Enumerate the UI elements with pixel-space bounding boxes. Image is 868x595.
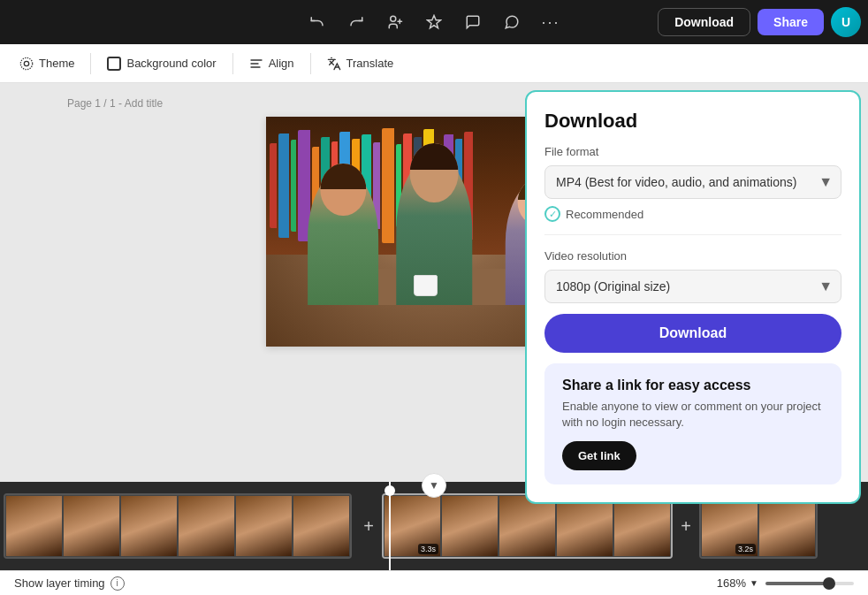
show-layer-timing-label: Show layer timing: [14, 576, 105, 590]
add-title-label: - Add title: [118, 97, 163, 110]
svg-point-0: [391, 16, 396, 21]
svg-point-5: [20, 57, 32, 69]
recommended-badge: ✓ Recommended: [544, 206, 841, 235]
main-area: Page 1 / 1 - Add title: [0, 83, 868, 482]
theme-label: Theme: [39, 57, 74, 70]
thumbnail-10[interactable]: [556, 495, 613, 557]
align-label: Align: [269, 57, 294, 70]
collapse-button[interactable]: ▼: [422, 473, 446, 482]
file-format-select-wrapper: MP4 (Best for video, audio, and animatio…: [544, 165, 841, 199]
thumbnail-7[interactable]: 3.3s: [384, 495, 441, 557]
thumbnail-6[interactable]: [293, 495, 350, 557]
video-resolution-label: Video resolution: [544, 249, 841, 263]
zoom-controls: 168% ▼: [717, 576, 854, 590]
file-format-select[interactable]: MP4 (Best for video, audio, and animatio…: [544, 165, 841, 199]
bottom-bar: Show layer timing i 168% ▼: [0, 570, 868, 595]
thumbnail-13[interactable]: [758, 495, 816, 557]
align-button[interactable]: Align: [240, 51, 303, 76]
layer-timing-section: Show layer timing i: [14, 576, 125, 591]
translate-label: Translate: [346, 57, 394, 70]
toolbar-divider-1: [90, 53, 91, 74]
page-label: Page 1 / 1 - Add title: [67, 97, 163, 110]
thumbnail-3[interactable]: [120, 495, 178, 557]
file-format-label: File format: [544, 145, 841, 158]
download-panel-title: Download: [544, 110, 841, 133]
magic-button[interactable]: [418, 6, 450, 38]
secondary-toolbar: Theme Background color Align Translate: [0, 44, 868, 83]
zoom-percent-value: 168%: [717, 576, 746, 590]
background-color-button[interactable]: Background color: [98, 51, 225, 76]
comment-button[interactable]: [457, 6, 489, 38]
share-button[interactable]: Share: [758, 9, 824, 35]
more-options-button[interactable]: ···: [535, 6, 567, 38]
share-section: Share a link for easy access Enable anyo…: [544, 363, 841, 484]
background-color-icon: [107, 57, 121, 71]
toolbar-divider-3: [310, 53, 311, 74]
zoom-slider[interactable]: [765, 582, 854, 585]
theme-button[interactable]: Theme: [11, 51, 83, 76]
timeline-cursor-head: [385, 485, 395, 496]
background-color-label: Background color: [126, 57, 216, 70]
share-section-description: Enable anyone to view or comment on your…: [562, 399, 824, 431]
add-clip-button-2[interactable]: +: [673, 495, 699, 557]
thumbnail-1[interactable]: [5, 495, 63, 557]
get-link-button[interactable]: Get link: [562, 441, 636, 470]
avatar[interactable]: U: [831, 7, 861, 37]
chat-button[interactable]: [496, 6, 528, 38]
zoom-dropdown-icon: ▼: [750, 578, 758, 588]
svg-point-4: [24, 61, 28, 65]
video-resolution-select[interactable]: 1080p (Original size) 720p 480p 360p: [544, 270, 841, 303]
clip-group-1: [4, 493, 352, 559]
svg-marker-3: [428, 16, 441, 28]
toolbar-divider-2: [232, 53, 233, 74]
thumbnail-2[interactable]: [63, 495, 120, 557]
thumbnail-12[interactable]: 3.2s: [701, 495, 758, 557]
recommended-label: Recommended: [566, 208, 643, 221]
zoom-slider-container: [765, 582, 854, 585]
add-user-button[interactable]: [379, 6, 411, 38]
toolbar-right: Download Share U: [658, 7, 861, 37]
clip-duration-label-2: 3.2s: [735, 544, 756, 554]
recommended-check-icon: ✓: [544, 206, 560, 222]
timeline-cursor: [389, 482, 391, 570]
thumbnail-5[interactable]: [235, 495, 293, 557]
download-main-button[interactable]: Download: [544, 314, 841, 353]
thumbnail-8[interactable]: [441, 495, 499, 557]
thumbnail-4[interactable]: [178, 495, 235, 557]
add-clip-button-1[interactable]: +: [355, 495, 382, 557]
redo-button[interactable]: [340, 6, 372, 38]
thumbnail-11[interactable]: [613, 495, 671, 557]
translate-button[interactable]: Translate: [318, 51, 403, 76]
thumbnail-9[interactable]: [499, 495, 556, 557]
page-info: Page 1 / 1: [67, 97, 116, 110]
video-resolution-select-wrapper: 1080p (Original size) 720p 480p 360p ▼: [544, 270, 841, 303]
share-section-title: Share a link for easy access: [562, 378, 824, 393]
clip-duration-label: 3.3s: [418, 544, 438, 554]
download-panel: Download File format MP4 (Best for video…: [525, 90, 861, 504]
zoom-percent-button[interactable]: 168% ▼: [717, 576, 758, 590]
info-icon[interactable]: i: [110, 576, 125, 591]
top-toolbar: ··· Download Share U: [0, 0, 868, 44]
download-header-button[interactable]: Download: [658, 8, 750, 36]
undo-button[interactable]: [301, 6, 333, 38]
